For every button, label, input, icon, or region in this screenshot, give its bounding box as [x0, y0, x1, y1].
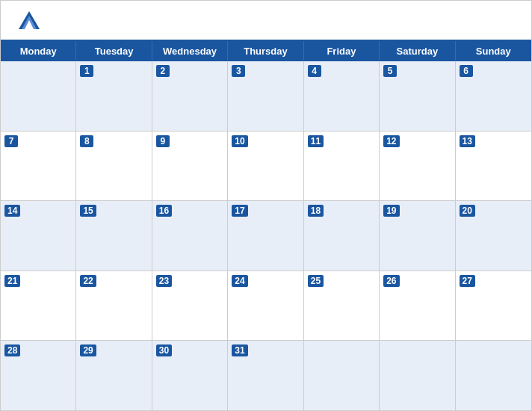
day-cell-19: 19: [380, 201, 455, 271]
day-number-18: 18: [308, 205, 324, 217]
day-cell-26: 26: [380, 271, 455, 341]
day-cell-empty-w4d6: [456, 341, 531, 410]
calendar-container: Monday Tuesday Wednesday Thursday Friday…: [0, 0, 532, 411]
day-number-3: 3: [232, 65, 245, 77]
day-number-1: 1: [80, 65, 93, 77]
day-number-9: 9: [156, 135, 170, 147]
day-number-6: 6: [460, 65, 473, 77]
day-cell-29: 29: [76, 341, 152, 410]
day-header-thursday: Thursday: [228, 41, 303, 61]
day-number-15: 15: [80, 205, 96, 217]
day-cell-11: 11: [304, 132, 380, 201]
day-cell-empty-w4d5: [380, 341, 455, 410]
week-row-1: 123456: [1, 61, 531, 132]
day-cell-2: 2: [152, 61, 228, 131]
day-number-31: 31: [232, 344, 247, 356]
day-cell-1: 1: [76, 61, 152, 131]
calendar-grid: Monday Tuesday Wednesday Thursday Friday…: [1, 40, 531, 410]
day-cell-7: 7: [1, 132, 76, 201]
day-cell-8: 8: [76, 132, 152, 201]
day-cell-10: 10: [228, 132, 303, 201]
day-number-17: 17: [232, 205, 247, 217]
day-number-30: 30: [156, 344, 172, 356]
week-row-5: 28293031: [1, 341, 531, 410]
day-headers-row: Monday Tuesday Wednesday Thursday Friday…: [1, 41, 531, 61]
day-cell-27: 27: [456, 271, 531, 341]
day-number-28: 28: [4, 344, 20, 356]
weeks-container: 1234567891011121314151617181920212223242…: [1, 61, 531, 410]
day-header-sunday: Sunday: [456, 41, 531, 61]
day-cell-21: 21: [1, 271, 76, 341]
day-number-10: 10: [232, 135, 247, 147]
week-row-3: 14151617181920: [1, 201, 531, 271]
day-cell-6: 6: [456, 61, 531, 131]
day-number-27: 27: [460, 275, 475, 287]
day-header-wednesday: Wednesday: [152, 41, 228, 61]
day-cell-4: 4: [304, 61, 380, 131]
day-cell-13: 13: [456, 132, 531, 201]
day-number-13: 13: [460, 135, 475, 147]
logo-area: [16, 8, 47, 35]
day-cell-22: 22: [76, 271, 152, 341]
day-cell-5: 5: [380, 61, 455, 131]
day-number-5: 5: [383, 65, 397, 77]
day-cell-28: 28: [1, 341, 76, 410]
day-header-monday: Monday: [1, 41, 76, 61]
day-cell-16: 16: [152, 201, 228, 271]
day-number-2: 2: [156, 65, 170, 77]
day-number-4: 4: [308, 65, 321, 77]
day-number-11: 11: [308, 135, 324, 147]
day-cell-9: 9: [152, 132, 228, 201]
day-header-friday: Friday: [304, 41, 380, 61]
week-row-2: 78910111213: [1, 132, 531, 202]
day-number-21: 21: [4, 275, 20, 287]
day-cell-18: 18: [304, 201, 380, 271]
day-cell-14: 14: [1, 201, 76, 271]
day-cell-25: 25: [304, 271, 380, 341]
day-number-14: 14: [4, 205, 20, 217]
day-cell-17: 17: [228, 201, 303, 271]
generalblue-logo-icon: [16, 8, 43, 35]
day-number-23: 23: [156, 275, 172, 287]
day-number-29: 29: [80, 344, 96, 356]
day-number-20: 20: [460, 205, 475, 217]
day-number-22: 22: [80, 275, 96, 287]
day-cell-24: 24: [228, 271, 303, 341]
day-cell-15: 15: [76, 201, 152, 271]
week-row-4: 21222324252627: [1, 271, 531, 342]
day-header-tuesday: Tuesday: [76, 41, 152, 61]
day-cell-empty-w4d4: [304, 341, 380, 410]
day-cell-23: 23: [152, 271, 228, 341]
day-number-24: 24: [232, 275, 247, 287]
day-number-26: 26: [383, 275, 399, 287]
day-cell-12: 12: [380, 132, 455, 201]
day-number-19: 19: [383, 205, 399, 217]
day-number-16: 16: [156, 205, 172, 217]
day-number-25: 25: [308, 275, 324, 287]
day-cell-20: 20: [456, 201, 531, 271]
day-header-saturday: Saturday: [380, 41, 455, 61]
day-number-8: 8: [80, 135, 93, 147]
day-number-7: 7: [4, 135, 18, 147]
day-cell-31: 31: [228, 341, 303, 410]
calendar-header: [1, 1, 531, 40]
day-cell-empty-w0d0: [1, 61, 76, 131]
day-cell-3: 3: [228, 61, 303, 131]
day-cell-30: 30: [152, 341, 228, 410]
day-number-12: 12: [383, 135, 399, 147]
